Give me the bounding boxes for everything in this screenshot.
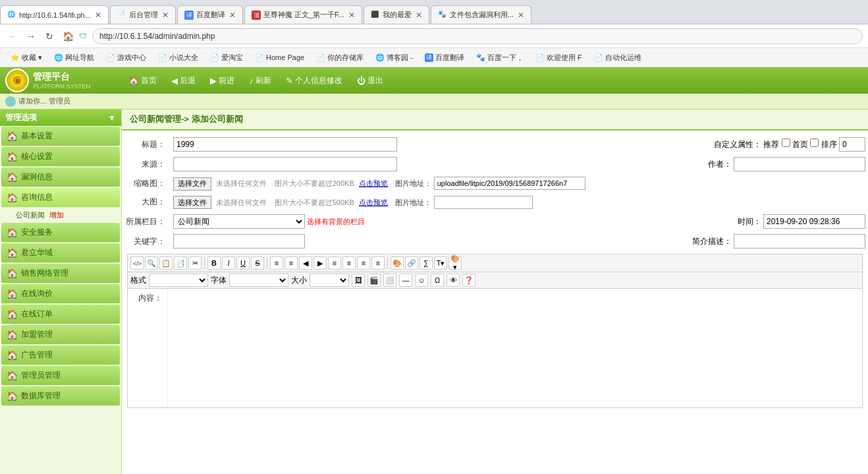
editor-btn-list-unordered[interactable]: ≡ <box>285 256 298 270</box>
sidebar-item-security[interactable]: 🏠 安全服务 <box>1 223 120 243</box>
editor-btn-insert-image[interactable]: 🖼 <box>352 274 365 287</box>
editor-btn-align-justify[interactable]: ≡ <box>371 256 385 270</box>
editor-btn-color[interactable]: 🎨 <box>391 256 404 270</box>
bigimg-file-btn[interactable]: 选择文件 <box>173 196 211 209</box>
editor-body[interactable] <box>167 289 862 407</box>
tab-close-3[interactable]: ✕ <box>229 11 236 20</box>
sidebar-sub-add-link[interactable]: 增加 <box>49 211 64 219</box>
editor-btn-link[interactable]: 🔗 <box>405 256 418 270</box>
sidebar-item-admin-mgmt[interactable]: 🏠 管理员管理 <box>1 366 120 386</box>
editor-btn-bold[interactable]: B <box>207 256 221 270</box>
editor-btn-source[interactable]: </> <box>130 256 144 270</box>
sidebar-item-basic-settings[interactable]: 🏠 基本设置 <box>1 127 120 146</box>
sidebar-item-core-settings[interactable]: 🏠 核心设置 <box>1 147 120 167</box>
sidebar-sub-company-news[interactable]: 公司新闻 增加 <box>0 208 121 222</box>
bookmark-baidu[interactable]: 🐾 百度一下， <box>471 51 529 64</box>
reload-button[interactable]: ↻ <box>42 29 57 44</box>
editor-btn-align-right[interactable]: ≡ <box>357 256 370 270</box>
sidebar-header[interactable]: 管理选项 ▼ <box>0 109 121 126</box>
source-input[interactable] <box>173 157 397 171</box>
tab-close-1[interactable]: ✕ <box>95 11 101 20</box>
editor-btn-bg-color[interactable]: 🎨▾ <box>448 256 462 270</box>
nav-profile[interactable]: ✎ 个人信息修改 <box>279 73 349 89</box>
sidebar-item-consult-info[interactable]: 🏠 咨询信息 <box>1 188 120 208</box>
tab-close-2[interactable]: ✕ <box>162 11 169 20</box>
editor-btn-special-char[interactable]: Ω <box>431 274 444 287</box>
editor-btn-formula[interactable]: ∑ <box>420 256 433 270</box>
bookmark-homepage[interactable]: 📄 Home Page <box>250 52 310 63</box>
bookmark-taobao[interactable]: 📄 爱淘宝 <box>205 51 248 64</box>
desc-input[interactable] <box>734 234 865 249</box>
bigimg-preview-link[interactable]: 点击预览 <box>359 198 388 206</box>
title-input[interactable] <box>173 137 397 152</box>
editor-btn-preview[interactable]: 👁 <box>447 274 460 287</box>
thumbnail-file-btn[interactable]: 选择文件 <box>173 177 211 191</box>
bigimg-url-input[interactable] <box>434 196 533 209</box>
bookmark-favorites[interactable]: ⭐ 收藏 ▾ <box>5 51 47 64</box>
bookmark-storage[interactable]: 📄 你的存储库 <box>311 51 369 64</box>
forward-button[interactable]: → <box>24 29 38 44</box>
editor-btn-indent-less[interactable]: ◀ <box>299 256 312 270</box>
editor-btn-text-style[interactable]: T▾ <box>434 256 447 270</box>
sidebar-item-db-mgmt[interactable]: 🏠 数据库管理 <box>1 386 120 406</box>
tab-close-5[interactable]: ✕ <box>416 11 422 20</box>
editor-btn-table[interactable]: ⬜ <box>383 274 396 287</box>
editor-btn-align-left[interactable]: ≡ <box>328 256 341 270</box>
tab-close-4[interactable]: ✕ <box>348 11 355 20</box>
time-input[interactable] <box>763 214 865 229</box>
author-input[interactable] <box>734 157 865 171</box>
tab-3[interactable]: 译 百度翻译 ✕ <box>177 5 243 24</box>
editor-btn-help[interactable]: ❓ <box>462 274 475 287</box>
sidebar-item-vuln-info[interactable]: 🏠 漏洞信息 <box>1 167 120 187</box>
bookmark-blog[interactable]: 🌐 博客园 - <box>370 51 418 64</box>
editor-btn-list-ordered[interactable]: ≡ <box>270 256 283 270</box>
tab-6[interactable]: 🐾 文件包含漏洞利用... ✕ <box>431 5 531 24</box>
sidebar-item-franchise[interactable]: 🏠 加盟管理 <box>1 325 120 345</box>
url-input[interactable] <box>92 28 863 44</box>
bookmark-baidu-translate[interactable]: 译 百度翻译 <box>420 51 470 64</box>
editor-btn-emoji[interactable]: ☺ <box>415 274 428 287</box>
tab-5[interactable]: ⬛ 我的最爱 ✕ <box>364 5 429 24</box>
bookmark-novels[interactable]: 📄 小说大全 <box>153 51 203 64</box>
nav-back[interactable]: ◀ 后退 <box>165 73 202 89</box>
tab-2[interactable]: 📄 后台管理 ✕ <box>110 5 176 24</box>
bookmark-firefox[interactable]: 📄 欢迎使用 F <box>530 51 587 64</box>
format-select[interactable] <box>149 274 208 287</box>
size-select[interactable] <box>310 274 349 287</box>
bookmark-devops[interactable]: 📄 自动化运维 <box>589 51 647 64</box>
home-button[interactable]: 🏠 <box>61 29 75 44</box>
editor-btn-underline[interactable]: U <box>236 256 250 270</box>
keyword-input[interactable] <box>173 234 305 249</box>
tab-close-6[interactable]: ✕ <box>518 11 524 20</box>
editor-btn-cut[interactable]: ✂ <box>188 256 202 270</box>
tab-4[interactable]: 顶 至尊神魔 正文_第一千F... ✕ <box>244 5 362 24</box>
homepage-checkbox[interactable] <box>810 138 819 147</box>
sidebar-item-sales[interactable]: 🏠 销售网络管理 <box>1 264 120 283</box>
sidebar-item-orders[interactable]: 🏠 在线订单 <box>1 305 120 324</box>
editor-btn-insert-media[interactable]: 🎬 <box>367 274 381 287</box>
editor-btn-copy[interactable]: 📋 <box>159 256 173 270</box>
back-button[interactable]: ← <box>5 29 20 44</box>
editor-btn-align-center[interactable]: ≡ <box>342 256 356 270</box>
sidebar-item-junli[interactable]: 🏠 君立华域 <box>1 243 120 263</box>
bookmark-games[interactable]: 📄 游戏中心 <box>101 51 151 64</box>
thumbnail-preview-link[interactable]: 点击预览 <box>359 179 388 187</box>
sidebar-item-inquiry[interactable]: 🏠 在线询价 <box>1 284 120 304</box>
thumbnail-url-input[interactable] <box>434 177 585 190</box>
editor-btn-hr[interactable]: — <box>399 274 412 287</box>
editor-btn-paste[interactable]: 📑 <box>174 256 187 270</box>
editor-btn-strikethrough[interactable]: S <box>251 256 264 270</box>
editor-btn-italic[interactable]: I <box>222 256 235 270</box>
editor-btn-indent-more[interactable]: ▶ <box>313 256 327 270</box>
editor-btn-search[interactable]: 🔍 <box>145 256 158 270</box>
nav-logout[interactable]: ⏻ 退出 <box>350 73 390 89</box>
sidebar-item-ads[interactable]: 🏠 广告管理 <box>1 345 120 365</box>
font-select[interactable] <box>229 274 288 287</box>
nav-home[interactable]: 🏠 首页 <box>122 73 163 89</box>
sort-input[interactable] <box>839 137 865 152</box>
category-select[interactable]: 公司新闻 <box>173 214 305 229</box>
bookmark-nav[interactable]: 🌐 网址导航 <box>49 51 99 64</box>
nav-forward[interactable]: ▶ 前进 <box>203 73 241 89</box>
recommend-checkbox[interactable] <box>782 138 790 147</box>
tab-current[interactable]: 🌐 http://10.6.1.54/lfi.ph... ✕ <box>0 5 109 24</box>
